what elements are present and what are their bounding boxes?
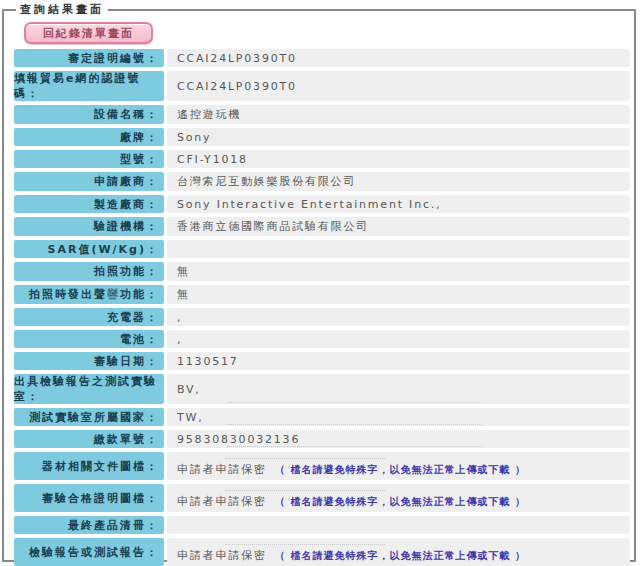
row-value: Sony (167, 128, 630, 146)
row-label: 檢驗報告或測試報告： (14, 538, 164, 566)
row-label: 充電器： (14, 308, 164, 326)
row-value: CFI-Y1018 (167, 150, 630, 168)
row-label: 填報貿易e網的認證號碼： (14, 71, 164, 101)
row-label: 廠牌： (14, 128, 164, 146)
redacted-blur-marks (177, 456, 626, 462)
row-value-text: , (177, 333, 182, 346)
result-table: 審定證明編號： CCAI24LP0390T0 填報貿易e網的認證號碼： CCAI… (14, 49, 630, 566)
table-row: 充電器： , (14, 308, 630, 326)
row-value: CCAI24LP0390T0 (167, 71, 630, 101)
row-label: 電池： (14, 330, 164, 348)
table-row: 拍照時發出聲響功能： 無 (14, 285, 630, 304)
table-row: 廠牌： Sony (14, 128, 630, 146)
row-value (167, 240, 630, 258)
row-value: 申請者申請保密 （ 檔名請避免特殊字，以免無法正常上傳或下載 ） (167, 452, 630, 480)
secrecy-note: （ 檔名請避免特殊字，以免無法正常上傳或下載 ） (275, 496, 526, 507)
row-value: Sony Interactive Entertainment Inc., (167, 195, 630, 213)
table-row: 申請廠商： 台灣索尼互動娛樂股份有限公司 (14, 172, 630, 191)
row-value: BV, (167, 374, 630, 404)
redacted-blur-marks (177, 542, 626, 548)
row-value: 無 (167, 262, 630, 281)
row-label: 測試實驗室所屬國家： (14, 408, 164, 426)
table-row: 最終產品清冊： (14, 516, 630, 534)
table-row: 審驗日期： 1130517 (14, 352, 630, 370)
row-value-text: 申請者申請保密 (177, 549, 267, 562)
redacted-blur-marks (227, 446, 482, 447)
row-value-text: 申請者申請保密 (177, 495, 267, 508)
row-label: 驗證機構： (14, 217, 164, 236)
row-label: 製造廠商： (14, 195, 164, 213)
table-row: 拍照功能： 無 (14, 262, 630, 281)
row-value: 95830830032136 (167, 430, 630, 448)
query-result-panel: 查詢結果畫面 回紀錄清單畫面 審定證明編號： CCAI24LP0390T0 填報… (2, 2, 636, 562)
table-row: 檢驗報告或測試報告： 申請者申請保密 （ 檔名請避免特殊字，以免無法正常上傳或下… (14, 538, 630, 566)
row-value: , (167, 330, 630, 348)
table-row: 製造廠商： Sony Interactive Entertainment Inc… (14, 195, 630, 213)
redacted-blur-marks (177, 488, 626, 494)
row-value-text: 無 (177, 265, 190, 278)
back-to-record-list-button[interactable]: 回紀錄清單畫面 (24, 22, 153, 44)
row-value-text: CFI-Y1018 (177, 153, 248, 166)
table-row: 繳款單號： 95830830032136 (14, 430, 630, 448)
row-label: 設備名稱： (14, 105, 164, 124)
row-value: 1130517 (167, 352, 630, 370)
row-value-text: CCAI24LP0390T0 (177, 52, 297, 65)
row-value-text: 遙控遊玩機 (177, 108, 241, 121)
table-row: 電池： , (14, 330, 630, 348)
row-label: 申請廠商： (14, 172, 164, 191)
row-value: 香港商立德國際商品試驗有限公司 (167, 217, 630, 236)
row-value: 台灣索尼互動娛樂股份有限公司 (167, 172, 630, 191)
row-value-text: 95830830032136 (177, 433, 300, 446)
secrecy-note: （ 檔名請避免特殊字，以免無法正常上傳或下載 ） (275, 550, 526, 561)
row-value: 無 (167, 285, 630, 304)
row-value-text: , (177, 311, 182, 324)
row-label: 拍照功能： (14, 262, 164, 281)
row-label: SAR值(W/Kg)： (14, 240, 164, 258)
row-value: TW, (167, 408, 630, 426)
row-value-text: Sony (177, 131, 211, 144)
redacted-blur-marks (227, 402, 482, 403)
row-value: CCAI24LP0390T0 (167, 49, 630, 67)
row-value (167, 516, 630, 534)
row-value-text: TW, (177, 411, 204, 424)
table-row: SAR值(W/Kg)： (14, 240, 630, 258)
panel-title: 查詢結果畫面 (16, 2, 108, 17)
row-value: 遙控遊玩機 (167, 105, 630, 124)
table-row: 測試實驗室所屬國家： TW, (14, 408, 630, 426)
row-value-text: Sony Interactive Entertainment Inc., (177, 198, 441, 211)
row-value-text: 香港商立德國際商品試驗有限公司 (177, 220, 369, 233)
table-row: 器材相關文件圖檔： 申請者申請保密 （ 檔名請避免特殊字，以免無法正常上傳或下載… (14, 452, 630, 480)
row-value-text: 1130517 (177, 355, 239, 368)
row-value: , (167, 308, 630, 326)
row-label: 審驗合格證明圖檔： (14, 484, 164, 512)
row-value-text: 台灣索尼互動娛樂股份有限公司 (177, 175, 356, 188)
row-value: 申請者申請保密 （ 檔名請避免特殊字，以免無法正常上傳或下載 ） (167, 484, 630, 512)
row-value-text: BV, (177, 383, 201, 396)
table-row: 填報貿易e網的認證號碼： CCAI24LP0390T0 (14, 71, 630, 101)
redacted-blur-marks (227, 424, 482, 425)
table-row: 出具檢驗報告之測試實驗室： BV, (14, 374, 630, 404)
row-label: 拍照時發出聲響功能： (14, 285, 164, 304)
row-label: 最終產品清冊： (14, 516, 164, 534)
row-value-text: 申請者申請保密 (177, 463, 267, 476)
table-row: 審驗合格證明圖檔： 申請者申請保密 （ 檔名請避免特殊字，以免無法正常上傳或下載… (14, 484, 630, 512)
row-label: 繳款單號： (14, 430, 164, 448)
secrecy-note: （ 檔名請避免特殊字，以免無法正常上傳或下載 ） (275, 464, 526, 475)
table-row: 型號： CFI-Y1018 (14, 150, 630, 168)
table-row: 設備名稱： 遙控遊玩機 (14, 105, 630, 124)
row-value-text: 無 (177, 288, 190, 301)
table-row: 驗證機構： 香港商立德國際商品試驗有限公司 (14, 217, 630, 236)
table-row: 審定證明編號： CCAI24LP0390T0 (14, 49, 630, 67)
row-label: 審驗日期： (14, 352, 164, 370)
row-label: 器材相關文件圖檔： (14, 452, 164, 480)
row-value: 申請者申請保密 （ 檔名請避免特殊字，以免無法正常上傳或下載 ） (167, 538, 630, 566)
row-label: 型號： (14, 150, 164, 168)
row-value-text: CCAI24LP0390T0 (177, 80, 297, 93)
row-label: 審定證明編號： (14, 49, 164, 67)
row-label: 出具檢驗報告之測試實驗室： (14, 374, 164, 404)
